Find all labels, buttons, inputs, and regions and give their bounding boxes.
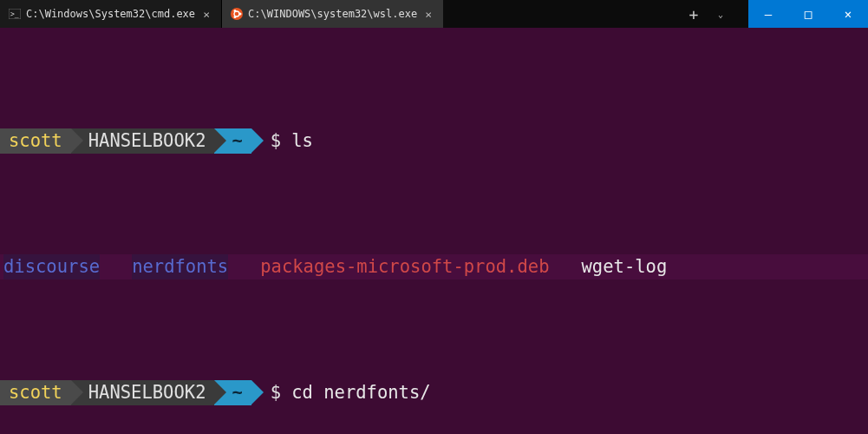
terminal-body[interactable]: scott HANSELBOOK2 ~ $ ls discourse nerdf… — [0, 28, 868, 434]
svg-text:>_: >_ — [10, 10, 19, 18]
svg-point-6 — [234, 16, 237, 18]
command: cd nerdfonts/ — [281, 380, 430, 405]
ls-entry: nerdfonts — [132, 254, 228, 279]
close-window-button[interactable]: ✕ — [828, 0, 868, 28]
ubuntu-icon — [231, 8, 243, 20]
close-icon[interactable]: × — [422, 8, 434, 20]
close-icon[interactable]: × — [200, 8, 212, 20]
prompt-line: scott HANSELBOOK2 ~ $ ls — [0, 128, 868, 154]
seg-host: HANSELBOOK2 — [71, 380, 215, 405]
ls-entry: wget-log — [582, 254, 668, 279]
tab-title: C:\WINDOWS\system32\wsl.exe — [248, 8, 417, 20]
prompt-line: scott HANSELBOOK2 ~ $ cd nerdfonts/ — [0, 380, 868, 405]
svg-point-4 — [239, 13, 242, 16]
tab-dropdown-button[interactable]: ⌄ — [708, 0, 733, 28]
titlebar: >_ C:\Windows\System32\cmd.exe × C:\WIND… — [0, 0, 868, 28]
command: ls — [281, 128, 313, 154]
output-line: discourse nerdfonts packages-microsoft-p… — [0, 254, 868, 279]
minimize-button[interactable]: — — [748, 0, 788, 28]
tab-wsl[interactable]: C:\WINDOWS\system32\wsl.exe × — [222, 0, 443, 28]
seg-host: HANSELBOOK2 — [71, 128, 215, 154]
tab-title: C:\Windows\System32\cmd.exe — [26, 8, 195, 20]
ls-entry: discourse — [3, 254, 100, 279]
ls-entry: packages-microsoft-prod.deb — [260, 254, 549, 279]
new-tab-button[interactable]: + — [679, 0, 708, 28]
tab-cmd[interactable]: >_ C:\Windows\System32\cmd.exe × — [0, 0, 221, 28]
svg-point-5 — [234, 10, 237, 12]
seg-user: scott — [0, 128, 71, 154]
maximize-button[interactable]: □ — [788, 0, 828, 28]
seg-user: scott — [0, 380, 71, 405]
cmd-icon: >_ — [9, 8, 21, 20]
